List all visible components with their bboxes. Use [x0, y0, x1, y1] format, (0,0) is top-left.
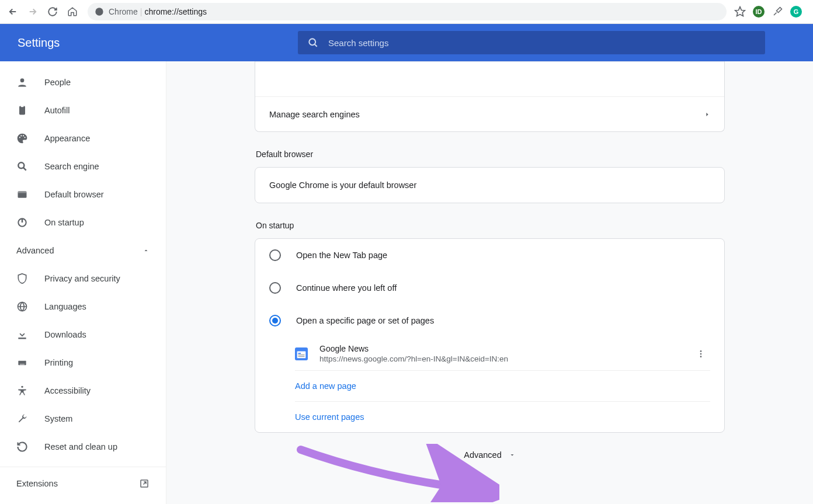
- settings-title: Settings: [18, 36, 280, 50]
- svg-rect-5: [21, 105, 24, 107]
- svg-rect-12: [18, 191, 27, 193]
- wrench-icon: [16, 413, 28, 425]
- svg-rect-17: [20, 359, 25, 361]
- sidebar-item-autofill[interactable]: Autofill: [0, 96, 166, 124]
- sidebar-item-on-startup[interactable]: On startup: [0, 208, 166, 237]
- default-browser-card: Google Chrome is your default browser: [255, 167, 725, 203]
- radio-button[interactable]: [269, 249, 281, 261]
- svg-point-26: [700, 350, 702, 352]
- sidebar-advanced-toggle[interactable]: Advanced: [0, 237, 166, 265]
- eyedropper-icon[interactable]: [771, 5, 784, 18]
- advanced-toggle-footer[interactable]: Advanced: [255, 450, 725, 460]
- sidebar-item-search-engine[interactable]: Search engine: [0, 152, 166, 180]
- browser-toolbar: Chrome|chrome://settings ID G: [0, 0, 813, 24]
- sidebar-extensions[interactable]: Extensions: [0, 467, 166, 500]
- chevron-up-icon: [143, 247, 150, 254]
- more-vert-icon[interactable]: [692, 345, 710, 363]
- sidebar-item-printing[interactable]: Printing: [0, 349, 166, 377]
- shield-icon: [16, 273, 28, 284]
- clipboard-icon: [16, 105, 28, 116]
- use-current-pages-link[interactable]: Use current pages: [295, 402, 710, 432]
- site-info-icon: [95, 7, 104, 16]
- startup-pages-list: Google News https://news.google.com/?hl=…: [295, 337, 710, 432]
- radio-button-selected[interactable]: [269, 315, 281, 326]
- svg-rect-4: [19, 106, 25, 115]
- open-in-new-icon: [139, 478, 150, 489]
- sidebar-item-accessibility[interactable]: Accessibility: [0, 377, 166, 405]
- person-icon: [16, 77, 28, 88]
- default-browser-row: Google Chrome is your default browser: [255, 168, 724, 203]
- reload-button[interactable]: [44, 4, 61, 20]
- settings-header: Settings: [0, 24, 813, 61]
- search-settings-box[interactable]: [298, 31, 765, 54]
- svg-point-9: [25, 137, 26, 138]
- svg-point-8: [23, 135, 24, 136]
- search-icon: [307, 37, 319, 48]
- svg-rect-18: [20, 364, 25, 367]
- globe-icon: [16, 301, 28, 312]
- svg-marker-1: [735, 7, 745, 16]
- palette-icon: [16, 133, 28, 144]
- sidebar-item-languages[interactable]: Languages: [0, 293, 166, 321]
- sidebar-item-reset[interactable]: Reset and clean up: [0, 433, 166, 461]
- sidebar-item-downloads[interactable]: Downloads: [0, 321, 166, 349]
- extension-icons: ID G: [734, 5, 808, 18]
- power-icon: [16, 217, 28, 228]
- svg-rect-25: [298, 356, 305, 356]
- sidebar-item-privacy[interactable]: Privacy and security: [0, 265, 166, 293]
- search-icon: [16, 161, 28, 172]
- chevron-right-icon: [704, 112, 710, 117]
- accessibility-icon: [16, 385, 28, 397]
- search-engine-row-partial[interactable]: [255, 61, 724, 96]
- sidebar: People Autofill Appearance Search engine…: [0, 61, 166, 504]
- extension-button-2[interactable]: G: [790, 5, 802, 18]
- on-startup-card: Open the New Tab page Continue where you…: [255, 238, 725, 433]
- star-icon[interactable]: [734, 5, 746, 18]
- sidebar-item-people[interactable]: People: [0, 68, 166, 96]
- on-startup-title: On startup: [256, 221, 725, 230]
- search-engine-card: Manage search engines: [255, 61, 725, 132]
- settings-content: Manage search engines Default browser Go…: [166, 61, 813, 504]
- address-bar[interactable]: Chrome|chrome://settings: [88, 3, 727, 20]
- browser-icon: [16, 189, 28, 200]
- url-text: Chrome|chrome://settings: [109, 7, 207, 16]
- extension-button-1[interactable]: ID: [752, 5, 765, 18]
- default-browser-title: Default browser: [256, 150, 725, 159]
- add-new-page-link[interactable]: Add a new page: [295, 371, 710, 401]
- radio-button[interactable]: [269, 282, 281, 294]
- svg-rect-15: [18, 338, 26, 339]
- svg-point-19: [21, 386, 23, 388]
- chevron-down-icon: [509, 451, 516, 458]
- sidebar-item-appearance[interactable]: Appearance: [0, 124, 166, 152]
- startup-option-newtab[interactable]: Open the New Tab page: [255, 239, 724, 272]
- svg-point-3: [20, 78, 25, 82]
- svg-point-28: [700, 356, 702, 357]
- svg-rect-23: [298, 353, 301, 354]
- back-button[interactable]: [5, 4, 21, 20]
- svg-point-0: [95, 8, 103, 15]
- svg-point-7: [20, 135, 22, 136]
- svg-point-2: [309, 39, 315, 45]
- svg-point-27: [700, 353, 702, 354]
- forward-button[interactable]: [25, 4, 41, 20]
- sidebar-item-default-browser[interactable]: Default browser: [0, 180, 166, 208]
- download-icon: [16, 329, 28, 340]
- search-input[interactable]: [328, 38, 756, 48]
- favicon-google-news: [295, 347, 308, 360]
- page-info: Google News https://news.google.com/?hl=…: [319, 344, 680, 363]
- sidebar-item-system[interactable]: System: [0, 405, 166, 433]
- svg-rect-24: [298, 354, 305, 354]
- svg-point-10: [18, 162, 24, 168]
- svg-point-6: [19, 137, 20, 138]
- startup-option-continue[interactable]: Continue where you left off: [255, 272, 724, 304]
- manage-search-engines-row[interactable]: Manage search engines: [255, 96, 724, 131]
- printer-icon: [16, 357, 28, 369]
- restore-icon: [16, 441, 28, 453]
- startup-option-specific[interactable]: Open a specific page or set of pages: [255, 304, 724, 337]
- home-button[interactable]: [64, 4, 81, 20]
- startup-page-item: Google News https://news.google.com/?hl=…: [295, 337, 710, 370]
